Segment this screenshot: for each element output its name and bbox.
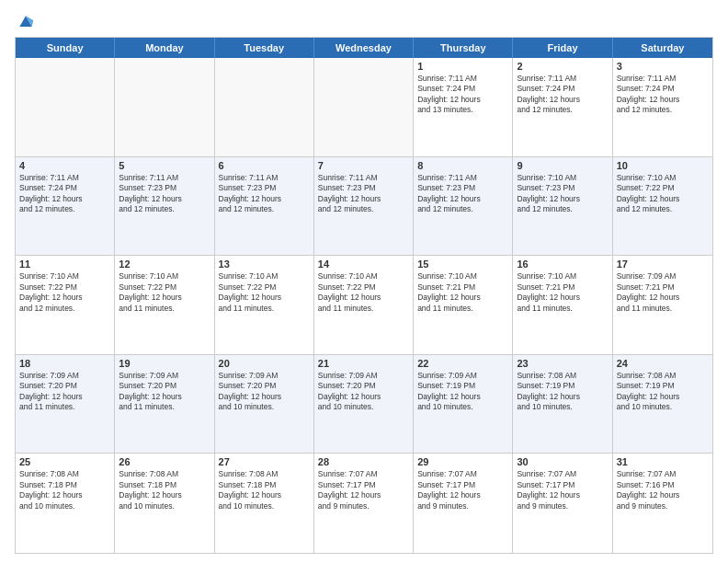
day-header-friday: Friday xyxy=(513,38,612,58)
cell-day-info: Sunrise: 7:10 AM Sunset: 7:22 PM Dayligh… xyxy=(19,271,110,314)
cell-day-info: Sunrise: 7:08 AM Sunset: 7:18 PM Dayligh… xyxy=(219,469,310,511)
day-header-wednesday: Wednesday xyxy=(314,38,414,58)
cell-day-number: 23 xyxy=(517,358,608,369)
calendar-cell-day-9: 9Sunrise: 7:10 AM Sunset: 7:23 PM Daylig… xyxy=(513,157,612,256)
cell-day-number: 14 xyxy=(318,259,409,270)
cell-day-info: Sunrise: 7:11 AM Sunset: 7:23 PM Dayligh… xyxy=(318,173,409,215)
calendar-cell-day-11: 11Sunrise: 7:10 AM Sunset: 7:22 PM Dayli… xyxy=(16,256,115,354)
cell-day-info: Sunrise: 7:09 AM Sunset: 7:20 PM Dayligh… xyxy=(318,371,409,413)
calendar-cell-day-10: 10Sunrise: 7:10 AM Sunset: 7:22 PM Dayli… xyxy=(613,157,712,256)
cell-day-number: 8 xyxy=(417,160,508,171)
cell-day-info: Sunrise: 7:11 AM Sunset: 7:24 PM Dayligh… xyxy=(19,173,110,215)
calendar-week-3: 11Sunrise: 7:10 AM Sunset: 7:22 PM Dayli… xyxy=(16,256,712,355)
calendar-cell-day-6: 6Sunrise: 7:11 AM Sunset: 7:23 PM Daylig… xyxy=(215,157,314,256)
calendar-cell-day-24: 24Sunrise: 7:08 AM Sunset: 7:19 PM Dayli… xyxy=(613,355,712,454)
cell-day-number: 11 xyxy=(19,259,110,270)
cell-day-info: Sunrise: 7:11 AM Sunset: 7:24 PM Dayligh… xyxy=(617,74,709,116)
calendar-cell-day-4: 4Sunrise: 7:11 AM Sunset: 7:24 PM Daylig… xyxy=(16,157,115,256)
calendar-cell-day-30: 30Sunrise: 7:07 AM Sunset: 7:17 PM Dayli… xyxy=(513,454,612,553)
calendar-cell-day-26: 26Sunrise: 7:08 AM Sunset: 7:18 PM Dayli… xyxy=(115,454,214,553)
cell-day-number: 30 xyxy=(517,456,608,467)
cell-day-info: Sunrise: 7:11 AM Sunset: 7:24 PM Dayligh… xyxy=(417,74,508,116)
cell-day-info: Sunrise: 7:11 AM Sunset: 7:23 PM Dayligh… xyxy=(119,173,210,215)
cell-day-number: 28 xyxy=(318,456,409,467)
cell-day-number: 29 xyxy=(417,456,508,467)
cell-day-number: 22 xyxy=(417,358,508,369)
cell-day-number: 24 xyxy=(617,358,709,369)
cell-day-number: 15 xyxy=(417,259,508,270)
cell-day-info: Sunrise: 7:11 AM Sunset: 7:23 PM Dayligh… xyxy=(417,173,508,215)
logo-icon xyxy=(17,13,35,31)
calendar-cell-day-19: 19Sunrise: 7:09 AM Sunset: 7:20 PM Dayli… xyxy=(115,355,214,454)
cell-day-info: Sunrise: 7:10 AM Sunset: 7:22 PM Dayligh… xyxy=(318,271,409,314)
calendar-cell-day-28: 28Sunrise: 7:07 AM Sunset: 7:17 PM Dayli… xyxy=(314,454,414,553)
cell-day-number: 13 xyxy=(219,259,310,270)
cell-day-number: 17 xyxy=(617,259,709,270)
cell-day-info: Sunrise: 7:07 AM Sunset: 7:17 PM Dayligh… xyxy=(517,469,608,511)
cell-day-number: 12 xyxy=(119,259,210,270)
cell-day-number: 25 xyxy=(19,456,110,467)
calendar-week-1: 1Sunrise: 7:11 AM Sunset: 7:24 PM Daylig… xyxy=(16,58,712,157)
cell-day-number: 5 xyxy=(119,160,210,171)
cell-day-info: Sunrise: 7:08 AM Sunset: 7:19 PM Dayligh… xyxy=(617,371,709,413)
calendar-cell-day-16: 16Sunrise: 7:10 AM Sunset: 7:21 PM Dayli… xyxy=(513,256,612,354)
cell-day-number: 10 xyxy=(617,160,709,171)
calendar-cell-day-27: 27Sunrise: 7:08 AM Sunset: 7:18 PM Dayli… xyxy=(215,454,314,553)
cell-day-info: Sunrise: 7:08 AM Sunset: 7:18 PM Dayligh… xyxy=(19,469,110,511)
calendar: SundayMondayTuesdayWednesdayThursdayFrid… xyxy=(15,37,713,554)
calendar-cell-day-15: 15Sunrise: 7:10 AM Sunset: 7:21 PM Dayli… xyxy=(414,256,513,354)
calendar-header: SundayMondayTuesdayWednesdayThursdayFrid… xyxy=(16,38,712,58)
cell-day-info: Sunrise: 7:08 AM Sunset: 7:18 PM Dayligh… xyxy=(119,469,210,511)
day-header-thursday: Thursday xyxy=(414,38,513,58)
cell-day-number: 1 xyxy=(417,61,508,72)
day-header-tuesday: Tuesday xyxy=(215,38,314,58)
calendar-cell-day-25: 25Sunrise: 7:08 AM Sunset: 7:18 PM Dayli… xyxy=(16,454,115,553)
calendar-week-4: 18Sunrise: 7:09 AM Sunset: 7:20 PM Dayli… xyxy=(16,355,712,454)
calendar-cell-day-13: 13Sunrise: 7:10 AM Sunset: 7:22 PM Dayli… xyxy=(215,256,314,354)
calendar-cell-day-20: 20Sunrise: 7:09 AM Sunset: 7:20 PM Dayli… xyxy=(215,355,314,454)
calendar-cell-day-29: 29Sunrise: 7:07 AM Sunset: 7:17 PM Dayli… xyxy=(414,454,513,553)
cell-day-number: 27 xyxy=(219,456,310,467)
calendar-cell-empty xyxy=(314,58,414,156)
day-header-saturday: Saturday xyxy=(613,38,712,58)
cell-day-number: 19 xyxy=(119,358,210,369)
cell-day-info: Sunrise: 7:09 AM Sunset: 7:19 PM Dayligh… xyxy=(417,371,508,413)
day-header-sunday: Sunday xyxy=(16,38,115,58)
cell-day-info: Sunrise: 7:10 AM Sunset: 7:21 PM Dayligh… xyxy=(417,271,508,314)
cell-day-number: 21 xyxy=(318,358,409,369)
cell-day-number: 18 xyxy=(19,358,110,369)
cell-day-number: 7 xyxy=(318,160,409,171)
cell-day-info: Sunrise: 7:07 AM Sunset: 7:17 PM Dayligh… xyxy=(417,469,508,511)
cell-day-info: Sunrise: 7:09 AM Sunset: 7:20 PM Dayligh… xyxy=(219,371,310,413)
cell-day-info: Sunrise: 7:10 AM Sunset: 7:22 PM Dayligh… xyxy=(617,173,709,215)
calendar-cell-day-31: 31Sunrise: 7:07 AM Sunset: 7:16 PM Dayli… xyxy=(613,454,712,553)
calendar-cell-empty xyxy=(115,58,214,156)
cell-day-number: 2 xyxy=(517,61,608,72)
cell-day-info: Sunrise: 7:11 AM Sunset: 7:24 PM Dayligh… xyxy=(517,74,608,116)
cell-day-info: Sunrise: 7:10 AM Sunset: 7:21 PM Dayligh… xyxy=(517,271,608,314)
calendar-cell-day-12: 12Sunrise: 7:10 AM Sunset: 7:22 PM Dayli… xyxy=(115,256,214,354)
calendar-cell-day-1: 1Sunrise: 7:11 AM Sunset: 7:24 PM Daylig… xyxy=(414,58,513,156)
header xyxy=(15,15,713,29)
calendar-cell-day-2: 2Sunrise: 7:11 AM Sunset: 7:24 PM Daylig… xyxy=(513,58,612,156)
cell-day-info: Sunrise: 7:09 AM Sunset: 7:21 PM Dayligh… xyxy=(617,271,709,314)
calendar-body: 1Sunrise: 7:11 AM Sunset: 7:24 PM Daylig… xyxy=(16,58,712,553)
calendar-cell-day-21: 21Sunrise: 7:09 AM Sunset: 7:20 PM Dayli… xyxy=(314,355,414,454)
calendar-cell-day-17: 17Sunrise: 7:09 AM Sunset: 7:21 PM Dayli… xyxy=(613,256,712,354)
calendar-cell-empty xyxy=(16,58,115,156)
cell-day-info: Sunrise: 7:08 AM Sunset: 7:19 PM Dayligh… xyxy=(517,371,608,413)
cell-day-number: 3 xyxy=(617,61,709,72)
cell-day-number: 9 xyxy=(517,160,608,171)
calendar-cell-day-8: 8Sunrise: 7:11 AM Sunset: 7:23 PM Daylig… xyxy=(414,157,513,256)
cell-day-info: Sunrise: 7:07 AM Sunset: 7:16 PM Dayligh… xyxy=(617,469,709,511)
calendar-cell-day-18: 18Sunrise: 7:09 AM Sunset: 7:20 PM Dayli… xyxy=(16,355,115,454)
cell-day-number: 26 xyxy=(119,456,210,467)
calendar-cell-day-3: 3Sunrise: 7:11 AM Sunset: 7:24 PM Daylig… xyxy=(613,58,712,156)
cell-day-number: 31 xyxy=(617,456,709,467)
cell-day-info: Sunrise: 7:11 AM Sunset: 7:23 PM Dayligh… xyxy=(219,173,310,215)
cell-day-info: Sunrise: 7:09 AM Sunset: 7:20 PM Dayligh… xyxy=(19,371,110,413)
cell-day-info: Sunrise: 7:07 AM Sunset: 7:17 PM Dayligh… xyxy=(318,469,409,511)
calendar-cell-empty xyxy=(215,58,314,156)
cell-day-number: 16 xyxy=(517,259,608,270)
cell-day-info: Sunrise: 7:10 AM Sunset: 7:23 PM Dayligh… xyxy=(517,173,608,215)
